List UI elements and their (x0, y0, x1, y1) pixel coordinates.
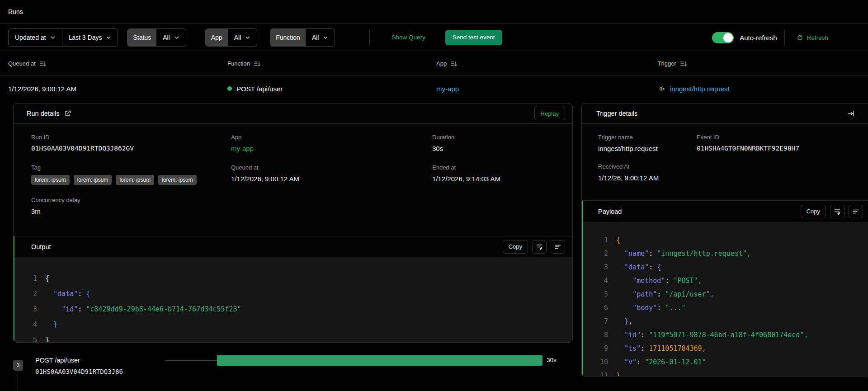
chevron-down-icon (174, 35, 179, 40)
column-header-queued-at[interactable]: Queued at (0, 60, 220, 67)
code-line: 4 } (26, 317, 572, 332)
chevron-down-icon (106, 35, 111, 40)
output-code-block: 1{2 "data": {3 "id": "c8429dd9-29b8-44e6… (14, 257, 572, 342)
run-row[interactable]: 1/12/2026, 9:00:12 AM POST /api/user my-… (0, 76, 868, 101)
ended-at-label: Ended at (432, 164, 572, 171)
field-tag: Tag lorem: ipsumlorem: ipsumlorem: ipsum… (31, 164, 231, 185)
column-header-app[interactable]: App (429, 60, 651, 67)
trigger-details-fields: Trigger name inngest/http.request Event … (582, 124, 868, 200)
timeline-connector-line (165, 360, 217, 361)
format-button[interactable] (551, 240, 565, 254)
payload-section: Payload Copy 1{2 "name": "inngest/http.r… (582, 201, 868, 376)
code-line: 8 "id": "119f5971-9878-46bd-a18f-4f06801… (597, 328, 868, 342)
chevron-down-icon (323, 35, 328, 40)
line-number: 1 (26, 271, 37, 286)
function-value: All (312, 34, 319, 41)
trigger-details-header: Trigger details (582, 104, 868, 123)
format-button[interactable] (849, 205, 863, 218)
run-id-label: Run ID (31, 134, 231, 141)
code-line: 1{ (26, 271, 572, 286)
timeline-step-run-id: 01HS0AA03V04D91RTDQ3J86 (35, 368, 123, 375)
ended-at-value: 1/12/2026, 9:14:03 AM (432, 175, 572, 183)
code-line: 6 "body": "..." (597, 301, 868, 315)
show-query-link[interactable]: Show Query (392, 34, 425, 41)
line-number: 1 (597, 233, 608, 247)
received-at-value: 1/12/26, 9:00:12 AM (598, 174, 697, 182)
event-id-label: Event ID (697, 134, 868, 141)
line-number: 5 (26, 332, 37, 343)
app-link[interactable]: my-app (436, 85, 459, 93)
field-duration: Duration 30s (432, 134, 572, 152)
wrap-lines-button[interactable] (532, 240, 547, 254)
auto-refresh-toggle[interactable] (712, 32, 734, 43)
timeline-duration-bar[interactable] (217, 355, 542, 366)
app-value[interactable]: my-app (231, 145, 432, 152)
output-copy-button[interactable]: Copy (503, 240, 528, 254)
payload-title: Payload (598, 208, 801, 215)
app-dropdown[interactable]: All (228, 29, 257, 46)
field-concurrency-delay: Concurrency delay 3m (31, 197, 231, 215)
cell-app: my-app (429, 85, 651, 93)
sort-icon (39, 60, 47, 67)
status-filter: Status All (127, 28, 186, 47)
status-dropdown[interactable]: All (156, 29, 186, 46)
field-app: App my-app (231, 134, 432, 152)
send-test-event-button[interactable]: Send test event (445, 30, 502, 45)
line-number: 6 (597, 301, 608, 315)
tag-badge: lorem: ipsum (31, 175, 70, 185)
line-number: 11 (597, 369, 608, 377)
align-left-icon (554, 243, 561, 250)
app-filter-label: App (206, 29, 228, 46)
field-ended-at: Ended at 1/12/2026, 9:14:03 AM (432, 164, 572, 185)
replay-button[interactable]: Replay (534, 107, 565, 120)
concurrency-delay-label: Concurrency delay (31, 197, 231, 203)
run-details-title: Run details (27, 110, 60, 117)
dock-right-icon[interactable] (847, 110, 855, 118)
webhook-icon (658, 85, 665, 93)
timeline-step-name: POST /api/user (35, 357, 80, 364)
event-id-value: 01HSHA4GT0FN0NRBKTF92E98H7 (697, 145, 868, 152)
line-number: 3 (597, 260, 608, 274)
code-line: 2 "name": "inngest/http.request", (597, 247, 868, 260)
trigger-link[interactable]: inngest/http.request (670, 85, 730, 93)
payload-header: Payload Copy (583, 201, 868, 222)
toggle-knob (723, 33, 733, 42)
line-number: 4 (26, 317, 37, 332)
word-wrap-icon (834, 208, 841, 215)
run-details-header: Run details Replay (14, 104, 572, 123)
wrap-lines-button[interactable] (830, 205, 844, 218)
divider (784, 30, 785, 45)
output-header: Output Copy (14, 236, 572, 257)
sort-field-dropdown[interactable]: Updated at (9, 29, 62, 46)
field-event-id: Event ID 01HSHA4GT0FN0NRBKTF92E98H7 (697, 134, 868, 152)
field-queued-at: Queued at 1/12/2026, 9:00:12 AM (231, 164, 432, 185)
code-line: 11} (597, 369, 868, 377)
step-count-badge[interactable]: 3 (13, 360, 23, 371)
line-number: 9 (597, 342, 608, 355)
timeline-duration-label: 30s (547, 357, 557, 363)
tag-badge: lorem: ipsum (74, 175, 112, 185)
code-line: 9 "ts": 1711051784369, (597, 342, 868, 355)
column-header-function[interactable]: Function (220, 60, 429, 67)
function-filter-label: Function (270, 29, 306, 46)
refresh-button[interactable]: Refresh (797, 34, 828, 41)
function-dropdown[interactable]: All (306, 29, 335, 46)
external-link-icon[interactable] (64, 110, 71, 117)
tag-list: lorem: ipsumlorem: ipsumlorem: ipsumlore… (31, 175, 231, 185)
payload-code-block: 1{2 "name": "inngest/http.request",3 "da… (583, 222, 868, 376)
line-number: 4 (597, 274, 608, 287)
trigger-name-label: Trigger name (598, 134, 697, 141)
column-header-trigger[interactable]: Trigger (651, 60, 868, 67)
received-at-label: Received At (598, 163, 697, 170)
line-number: 5 (597, 287, 608, 301)
sort-icon (450, 60, 458, 67)
field-trigger-name: Trigger name inngest/http.request (598, 134, 697, 152)
tag-label: Tag (31, 164, 231, 171)
trigger-name-value: inngest/http.request (598, 145, 697, 152)
trigger-details-panel: Trigger details Trigger name inngest/htt… (581, 103, 868, 377)
payload-toolbar: Copy (801, 205, 863, 218)
time-range-dropdown[interactable]: Last 3 Days (62, 29, 118, 46)
status-dot (227, 86, 232, 91)
auto-refresh-label: Auto-refresh (740, 34, 777, 42)
payload-copy-button[interactable]: Copy (801, 205, 826, 218)
